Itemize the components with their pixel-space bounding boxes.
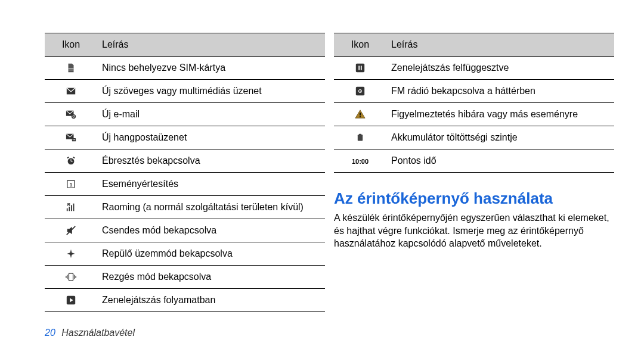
svg-line-12 <box>73 157 75 158</box>
table-header-row: Ikon Leírás <box>45 33 325 57</box>
radio-icon <box>334 80 386 103</box>
cell-desc: Nincs behelyezve SIM-kártya <box>97 57 325 80</box>
cell-desc: Pontos idő <box>386 149 614 173</box>
voicemail-icon <box>45 126 97 149</box>
table-row: Rezgés mód bekapcsolva <box>45 266 325 289</box>
svg-rect-15 <box>67 208 68 211</box>
cell-desc: Új szöveges vagy multimédiás üzenet <box>97 80 325 103</box>
cell-desc: FM rádió bekapcsolva a háttérben <box>386 80 614 103</box>
roaming-icon: R <box>45 196 97 219</box>
table-row: Új hangpostaüzenet <box>45 126 325 149</box>
sms-icon <box>45 80 97 103</box>
page-number: 20 <box>45 328 55 338</box>
svg-rect-21 <box>69 273 73 281</box>
cell-desc: Repülő üzemmód bekapcsolva <box>97 242 325 266</box>
silent-icon <box>45 219 97 242</box>
header-desc: Leírás <box>386 33 614 57</box>
table-header-row: Ikon Leírás <box>334 33 614 57</box>
svg-rect-28 <box>356 64 364 72</box>
cell-desc: Raoming (a normál szolgáltatási területe… <box>97 196 325 219</box>
table-row: Figyelmeztetés hibára vagy más eseményre <box>334 103 614 126</box>
svg-rect-37 <box>358 135 363 141</box>
table-row: FM rádió bekapcsolva a háttérben <box>334 80 614 103</box>
sim-icon <box>45 57 97 80</box>
svg-text:@: @ <box>72 115 75 118</box>
svg-rect-35 <box>360 113 361 116</box>
cell-desc: Zenelejátszás folyamatban <box>97 289 325 312</box>
table-row: @ Új e-mail <box>45 103 325 126</box>
cell-desc: Zenelejátszás felfüggesztve <box>386 57 614 80</box>
page-footer: 20 Használatbavétel <box>45 328 135 338</box>
icon-table-left: Ikon Leírás Nincs behelyezve SIM-kártya … <box>45 33 325 312</box>
warning-icon <box>334 103 386 126</box>
svg-text:R: R <box>67 202 71 207</box>
icon-table-right: Ikon Leírás Zenelejátszás felfüggesztve … <box>334 33 614 173</box>
vibrate-icon <box>45 266 97 289</box>
cell-desc: Eseményértesítés <box>97 173 325 196</box>
left-column: Ikon Leírás Nincs behelyezve SIM-kártya … <box>45 33 325 312</box>
header-desc: Leírás <box>97 33 325 57</box>
manual-page: Ikon Leírás Nincs behelyezve SIM-kártya … <box>0 0 644 349</box>
table-row: Nincs behelyezve SIM-kártya <box>45 57 325 80</box>
table-row: Zenelejátszás folyamatban <box>45 289 325 312</box>
table-row: Repülő üzemmód bekapcsolva <box>45 242 325 266</box>
battery-icon <box>334 126 386 149</box>
svg-rect-36 <box>360 116 361 117</box>
header-icon: Ikon <box>334 33 386 57</box>
right-column: Ikon Leírás Zenelejátszás felfüggesztve … <box>334 33 614 250</box>
cell-desc: Csendes mód bekapcsolva <box>97 219 325 242</box>
header-icon: Ikon <box>45 33 97 57</box>
table-row: Akkumulátor töltöttségi szintje <box>334 126 614 149</box>
svg-rect-18 <box>73 204 75 211</box>
svg-point-6 <box>73 139 74 141</box>
section-body-text: A készülék érintőképernyőjén egyszerűen … <box>334 211 614 250</box>
cell-desc: Akkumulátor töltöttségi szintje <box>386 126 614 149</box>
table-row: Új szöveges vagy multimédiás üzenet <box>45 80 325 103</box>
table-row: Ébresztés bekapcsolva <box>45 149 325 173</box>
svg-text:1: 1 <box>69 182 72 188</box>
cell-desc: Ébresztés bekapcsolva <box>97 149 325 173</box>
event-icon: 1 <box>45 173 97 196</box>
section-heading: Az érintőképernyő használata <box>334 189 614 208</box>
table-row: Zenelejátszás felfüggesztve <box>334 57 614 80</box>
email-icon: @ <box>45 103 97 126</box>
table-row: 1 Eseményértesítés <box>45 173 325 196</box>
alarm-icon <box>45 149 97 173</box>
svg-line-11 <box>67 157 69 158</box>
pause-icon <box>334 57 386 80</box>
svg-rect-17 <box>71 205 72 211</box>
svg-point-33 <box>360 91 361 92</box>
table-row: R Raoming (a normál szolgáltatási terüle… <box>45 196 325 219</box>
time-icon: 10:00 <box>334 149 386 173</box>
cell-desc: Figyelmeztetés hibára vagy más eseményre <box>386 103 614 126</box>
footer-section-name: Használatbavétel <box>61 328 135 338</box>
table-row: Csendes mód bekapcsolva <box>45 219 325 242</box>
svg-rect-29 <box>358 66 360 70</box>
svg-rect-38 <box>359 134 361 135</box>
cell-desc: Rezgés mód bekapcsolva <box>97 266 325 289</box>
cell-desc: Új e-mail <box>97 103 325 126</box>
cell-desc: Új hangpostaüzenet <box>97 126 325 149</box>
table-row: 10:00 Pontos idő <box>334 149 614 173</box>
play-icon <box>45 289 97 312</box>
svg-rect-30 <box>361 66 362 70</box>
svg-point-7 <box>74 139 75 141</box>
flight-mode-icon <box>45 242 97 266</box>
